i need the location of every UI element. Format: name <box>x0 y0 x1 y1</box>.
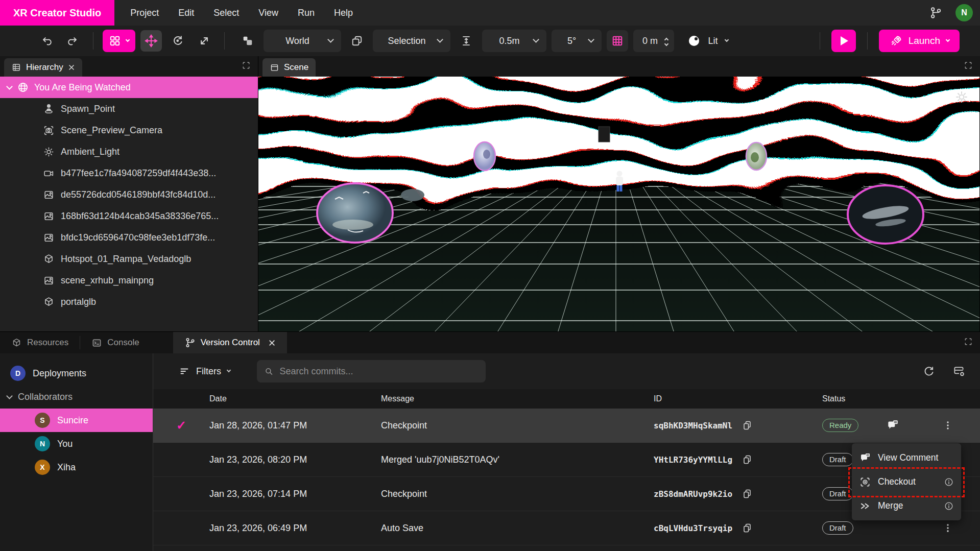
layout-grid-dropdown[interactable] <box>103 30 135 52</box>
rotate-tool-button[interactable] <box>167 30 188 52</box>
hierarchy-item-label: portalglb <box>61 297 96 307</box>
comment-icon[interactable] <box>886 419 935 432</box>
tab-scene[interactable]: Scene <box>262 58 316 77</box>
filters-button[interactable]: Filters <box>179 366 230 377</box>
spawn-icon <box>43 103 55 115</box>
app-brand: XR Creator Studio <box>0 0 114 26</box>
column-message[interactable]: Message <box>381 394 654 403</box>
vertical-snap-button[interactable] <box>456 30 477 52</box>
menu-item-merge[interactable]: Merge <box>852 494 961 518</box>
commit-row[interactable]: ✓ Jan 28, 2026, 01:47 PM Checkpoint sqBh… <box>153 409 980 443</box>
menu-item-checkout[interactable]: Checkout <box>852 470 961 494</box>
copy-icon[interactable] <box>742 488 753 499</box>
menu-project[interactable]: Project <box>122 0 168 26</box>
hierarchy-item[interactable]: Scene_Preview_Camera <box>0 119 258 141</box>
collaborators-group-header[interactable]: Collaborators <box>0 385 153 409</box>
you-avatar: N <box>35 436 50 451</box>
hierarchy-item[interactable]: Spawn_Point <box>0 98 258 119</box>
menu-view[interactable]: View <box>250 0 287 26</box>
refresh-icon[interactable] <box>923 365 935 377</box>
hierarchy-item[interactable]: de55726dcd0546189bbf43fc84d10d... <box>0 184 258 205</box>
branch-icon[interactable] <box>929 6 942 19</box>
collaborator-xiha[interactable]: X Xiha <box>0 456 153 479</box>
elevation-value: 0 m <box>642 36 658 46</box>
pivot-button[interactable] <box>237 30 258 52</box>
commit-settings-icon[interactable] <box>952 365 966 378</box>
collaborator-suncire[interactable]: S Suncire <box>0 409 153 432</box>
copy-icon[interactable] <box>742 454 753 465</box>
selection-mode-dropdown[interactable]: Selection <box>373 30 450 52</box>
branch-icon <box>184 337 196 348</box>
commit-context-menu: View Comment Checkout Merge <box>852 443 961 520</box>
expand-panel-icon[interactable] <box>242 61 251 70</box>
menu-edit[interactable]: Edit <box>170 0 203 26</box>
hierarchy-item[interactable]: bfdc19cd6596470c98fee3eb1df73fe... <box>0 227 258 248</box>
menu-select[interactable]: Select <box>205 0 248 26</box>
close-icon[interactable] <box>68 64 75 71</box>
play-button[interactable] <box>831 30 856 52</box>
row-kebab-menu-icon[interactable] <box>935 420 980 431</box>
menu-item-view-comment[interactable]: View Comment <box>852 446 961 470</box>
toolbar: World Selection 0.5m 5° <box>0 26 980 56</box>
column-date[interactable]: Date <box>209 394 381 403</box>
column-status[interactable]: Status <box>807 394 886 403</box>
search-commits-box[interactable] <box>257 360 486 382</box>
collaborator-you[interactable]: N You <box>0 432 153 456</box>
rotate-snap-dropdown[interactable]: 5° <box>552 30 602 52</box>
chevron-down-icon[interactable] <box>664 42 668 46</box>
overlap-mode-button[interactable] <box>346 30 368 52</box>
rocket-icon <box>889 34 902 47</box>
expand-panel-icon[interactable] <box>964 61 973 70</box>
hierarchy-item[interactable]: b477fee1c7fa494087259df4f443e38... <box>0 162 258 184</box>
render-mode-dropdown[interactable]: Lit <box>679 30 736 52</box>
scene-settings-gear-icon[interactable] <box>954 90 969 104</box>
tab-console[interactable]: Console <box>80 332 150 353</box>
copy-icon[interactable] <box>742 522 753 534</box>
undo-button[interactable] <box>36 30 57 52</box>
row-kebab-menu-icon[interactable] <box>935 522 980 534</box>
hierarchy-item[interactable]: portalglb <box>0 291 258 313</box>
menu-help[interactable]: Help <box>325 0 362 26</box>
expand-panel-icon[interactable] <box>964 337 973 346</box>
menu-run[interactable]: Run <box>289 0 323 26</box>
hierarchy-root-item[interactable]: You Are Being Watched <box>0 77 258 98</box>
grid-toggle-button[interactable] <box>607 30 628 52</box>
commit-date: Jan 23, 2026, 06:49 PM <box>209 523 381 534</box>
user-avatar[interactable]: N <box>955 4 973 21</box>
hierarchy-item[interactable]: Ambient_Light <box>0 141 258 162</box>
search-commits-input[interactable] <box>280 366 479 377</box>
chevron-down-icon <box>126 37 130 41</box>
column-id[interactable]: ID <box>654 394 807 403</box>
tab-hierarchy[interactable]: Hierarchy <box>4 58 82 77</box>
tab-resources[interactable]: Resources <box>0 332 80 353</box>
sidebar-item-deployments[interactable]: D Deployments <box>0 362 153 385</box>
launch-label: Launch <box>909 35 940 46</box>
tab-version-control[interactable]: Version Control <box>173 332 287 353</box>
rotate-snap-value: 5° <box>560 36 584 46</box>
scale-tool-button[interactable] <box>194 30 215 52</box>
scene-canvas[interactable] <box>258 77 980 331</box>
info-icon[interactable] <box>944 477 954 487</box>
commit-message: Merged 'uub7j0NiB52T0AQv' <box>381 454 654 465</box>
grid-3x3-icon <box>611 34 624 47</box>
status-badge: Ready <box>822 419 858 432</box>
move-tool-button[interactable] <box>140 30 162 52</box>
hierarchy-item[interactable]: 168bf63d124b44cab345a38336e765... <box>0 205 258 227</box>
copy-icon[interactable] <box>742 420 753 431</box>
move-snap-dropdown[interactable]: 0.5m <box>482 30 546 52</box>
bottom-tab-bar: Resources Console Version Control <box>0 332 980 353</box>
launch-button[interactable]: Launch <box>879 30 960 52</box>
hierarchy-item[interactable]: scene_xrhub_mainpng <box>0 270 258 291</box>
pivot-icon <box>241 34 254 47</box>
chevron-down-icon <box>725 37 729 41</box>
info-icon[interactable] <box>944 501 954 511</box>
world-dropdown[interactable]: World <box>264 30 341 52</box>
hierarchy-item[interactable]: Hotspot_01_Rampa_Vedadoglb <box>0 248 258 270</box>
chevron-down-icon[interactable] <box>6 83 13 90</box>
redo-button[interactable] <box>62 30 84 52</box>
deployments-label: Deployments <box>33 368 86 379</box>
chevron-down-icon <box>588 36 594 43</box>
close-icon[interactable] <box>268 339 276 347</box>
elevation-stepper[interactable]: 0 m <box>633 30 674 52</box>
light-icon <box>43 146 55 158</box>
